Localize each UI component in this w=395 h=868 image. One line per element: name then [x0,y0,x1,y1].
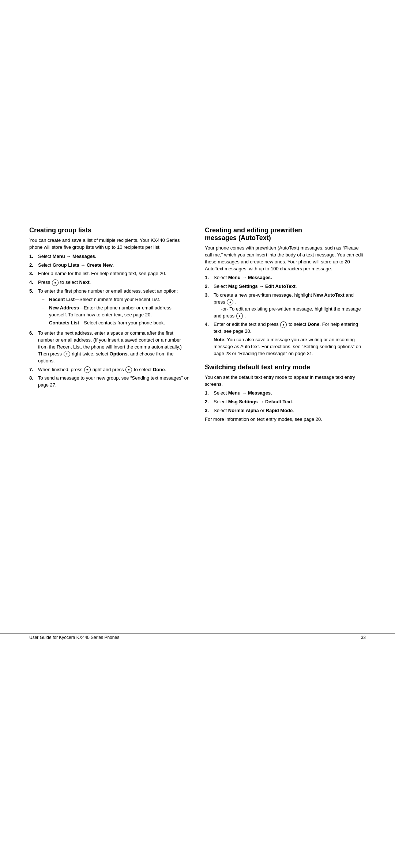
dash: – [42,305,47,319]
nav-icon: ✦ [64,351,70,357]
step-content: Enter or edit the text and press ● to se… [214,321,366,359]
done-bold: Done [308,321,320,327]
list-item: 6. To enter the next address, enter a sp… [29,330,190,364]
footer-bar: User Guide for Kyocera KX440 Series Phon… [0,633,395,642]
list-item: 2. Select Msg Settings → Edit AutoText. [205,283,366,290]
list-item: 3. Enter a name for the list. For help e… [29,270,190,277]
step-number: 6. [29,330,36,364]
rapid-mode-bold: Rapid Mode [266,408,293,413]
nav-icon: ✦ [84,366,91,373]
content-area: Creating group lists You can create and … [0,0,395,454]
step-number: 1. [205,390,211,397]
messages-bold: Messages. [72,254,97,259]
default-text-bold: Default Text [265,399,292,404]
step-number: 2. [205,283,211,290]
step-number: 8. [29,375,36,389]
step-content: Select Menu → Messages. [214,390,366,397]
footer-page-number: 33 [361,635,366,640]
step-number: 4. [29,279,36,286]
right-section2-steps: 1. Select Menu → Messages. 2. Select Msg… [205,390,366,414]
section1-title-line1: Creating and editing prewritten [205,226,302,234]
sub-content: Recent List—Select numbers from your Rec… [49,296,190,303]
step-content: Select Menu → Messages. [38,253,190,260]
dash: – [42,296,47,303]
sub-options-list: – Recent List—Select numbers from your R… [38,296,190,327]
list-item: 8. To send a message to your new group, … [29,375,190,389]
left-section-title: Creating group lists [29,226,190,234]
list-item: 7. When finished, press ✦ right and pres… [29,366,190,373]
step-number: 3. [205,407,211,414]
step-number: 2. [29,262,36,269]
menu-bold: Menu [228,275,241,280]
step-number: 2. [205,399,211,406]
right-section1-intro: Your phone comes with prewritten (AutoTe… [205,245,366,272]
list-item: 1. Select Menu → Messages. [205,274,366,281]
right-section1-title: Creating and editing prewritten messages… [205,226,366,242]
msg-settings-bold: Msg Settings [228,399,258,404]
edit-autotext-bold: Edit AutoText [265,283,296,289]
messages-bold: Messages. [248,390,272,396]
step-content: To create a new pre-written message, hig… [214,292,366,319]
list-item: 3. Select Normal Alpha or Rapid Mode. [205,407,366,414]
step-content: When finished, press ✦ right and press ●… [38,366,190,373]
list-item: 3. To create a new pre-written message, … [205,292,366,319]
new-address-bold: New Address [49,305,79,311]
normal-alpha-bold: Normal Alpha [228,408,259,413]
right-section1-steps: 1. Select Menu → Messages. 2. Select Msg… [205,274,366,359]
done-bold: Done [153,367,165,372]
left-intro: You can create and save a list of multip… [29,237,190,251]
step-content: To send a message to your new group, see… [38,375,190,389]
section1-title-line2: messages (AutoText) [205,234,271,241]
section2-footer-note: For more information on text entry modes… [205,416,366,423]
ok-icon: ● [236,313,243,319]
two-column-layout: Creating group lists You can create and … [29,226,366,425]
step-number: 3. [205,292,211,319]
step-content: Press ● to select Next. [38,279,190,286]
list-item: 5. To enter the first phone number or em… [29,288,190,328]
left-column: Creating group lists You can create and … [29,226,190,391]
list-item: 1. Select Menu → Messages. [29,253,190,260]
list-item: 1. Select Menu → Messages. [205,390,366,397]
footer-left-text: User Guide for Kyocera KX440 Series Phon… [29,635,119,640]
ok-icon: ● [227,299,233,305]
ok-icon: ● [52,279,59,286]
ok-icon: ● [125,366,132,373]
step-number: 1. [29,253,36,260]
step-content: Select Menu → Messages. [214,274,366,281]
step-content: Enter a name for the list. For help ente… [38,270,190,277]
note-text: Note: You can also save a message you ar… [214,336,366,357]
list-item: – New Address—Enter the phone number or … [38,305,190,319]
page: Creating group lists You can create and … [0,0,395,868]
menu-bold: Menu [228,390,241,396]
recent-list-bold: Recent List [49,297,75,302]
step-content: Select Msg Settings → Edit AutoText. [214,283,366,290]
list-item: 2. Select Msg Settings → Default Text. [205,399,366,406]
next-bold: Next [79,279,89,285]
msg-settings-bold: Msg Settings [228,283,258,289]
step-number: 7. [29,366,36,373]
right-section2-title: Switching default text entry mode [205,363,366,371]
ok-icon: ● [280,321,287,328]
step-content: To enter the first phone number or email… [38,288,190,328]
list-item: 2. Select Group Lists → Create New. [29,262,190,269]
step-number: 5. [29,288,36,328]
dash: – [42,320,47,327]
options-bold: Options [110,351,128,357]
step-number: 3. [29,270,36,277]
group-lists-bold: Group Lists [53,262,79,268]
right-section2-intro: You can set the default text entry mode … [205,374,366,388]
new-autotext-bold: New AutoText [313,292,344,298]
contacts-list-bold: Contacts List [49,320,79,326]
create-new-bold: Create New [87,262,113,268]
step-number: 1. [205,274,211,281]
step-content: Select Normal Alpha or Rapid Mode. [214,407,366,414]
or-text: -or- [214,306,228,312]
step-number: 4. [205,321,211,359]
list-item: – Contacts List—Select contacts from you… [38,320,190,327]
sub-content: New Address—Enter the phone number or em… [49,305,190,319]
right-column: Creating and editing prewritten messages… [205,226,366,425]
note-label: Note: [214,337,226,342]
list-item: 4. Enter or edit the text and press ● to… [205,321,366,359]
sub-content: Contacts List—Select contacts from your … [49,320,190,327]
step-content: Select Msg Settings → Default Text. [214,399,366,406]
